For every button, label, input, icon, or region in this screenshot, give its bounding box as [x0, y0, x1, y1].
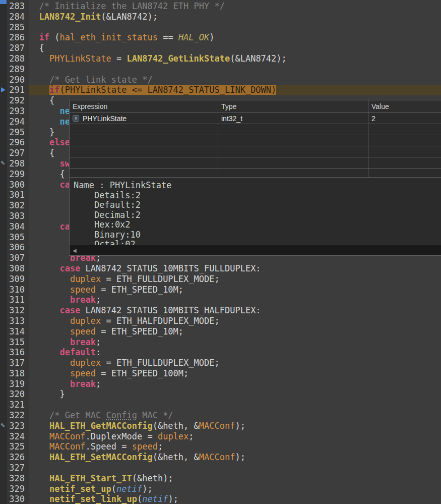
code-line-329[interactable]: netif_set_up(netif);: [29, 484, 441, 494]
line-number[interactable]: 318: [7, 368, 29, 379]
code-line-319[interactable]: break;: [29, 379, 441, 389]
code-line-321[interactable]: [29, 400, 441, 410]
line-number[interactable]: 296: [7, 137, 29, 148]
line-number[interactable]: 317: [7, 358, 29, 368]
line-number[interactable]: 325: [7, 441, 29, 452]
code-line-310[interactable]: speed = ETH_SPEED_10M;: [29, 285, 441, 295]
line-number[interactable]: 304: [7, 221, 29, 232]
line-number[interactable]: 307: [7, 253, 29, 263]
line-number[interactable]: 283: [7, 1, 29, 12]
code-line-285[interactable]: [29, 22, 441, 33]
line-number[interactable]: 293: [7, 106, 29, 117]
line-number[interactable]: 302: [7, 200, 29, 211]
line-number[interactable]: 311: [7, 295, 29, 305]
code-line-322[interactable]: /* Get MAC Config MAC */: [29, 410, 441, 421]
code-line-318[interactable]: speed = ETH_SPEED_100M;: [29, 368, 441, 379]
line-number[interactable]: 305: [7, 232, 29, 243]
line-number[interactable]: 314: [7, 326, 29, 337]
edit-marker-icon: ✎: [1, 160, 5, 166]
line-number[interactable]: 309: [7, 274, 29, 285]
code-line-284[interactable]: LAN8742_Init(&LAN8742);: [29, 12, 441, 22]
expression-row[interactable]: xPHYLinkStateint32_t2: [70, 113, 441, 124]
line-number[interactable]: 295: [7, 127, 29, 138]
line-number[interactable]: 327: [7, 463, 29, 473]
scroll-left-icon[interactable]: ◀: [70, 248, 77, 253]
line-number[interactable]: 285: [7, 22, 29, 33]
line-number[interactable]: 321: [7, 400, 29, 410]
line-number[interactable]: 323: [7, 421, 29, 431]
code-line-290[interactable]: /* Get link state */: [29, 75, 441, 85]
code-line-313[interactable]: duplex = ETH_HALFDUPLEX_MODE;: [29, 316, 441, 326]
column-header-expression[interactable]: Expression: [70, 100, 218, 113]
line-number[interactable]: 329: [7, 484, 29, 494]
line-number[interactable]: 287: [7, 43, 29, 53]
code-line-289[interactable]: [29, 64, 441, 75]
code-line-288[interactable]: PHYLinkState = LAN8742_GetLinkState(&LAN…: [29, 53, 441, 64]
line-number-column[interactable]: 2832842852862872882892902912922932942952…: [7, 0, 29, 504]
line-number[interactable]: 300: [7, 180, 29, 190]
line-number[interactable]: 306: [7, 242, 29, 253]
expressions-table: ExpressionTypeValue xPHYLinkStateint32_t…: [70, 100, 441, 178]
code-line-283[interactable]: /* Initialize the LAN8742 ETH PHY */: [29, 1, 441, 12]
empty-expression-row[interactable]: [70, 124, 441, 135]
empty-expression-row[interactable]: [70, 169, 441, 178]
line-number[interactable]: 284: [7, 12, 29, 22]
code-line-317[interactable]: duplex = ETH_FULLDUPLEX_MODE;: [29, 358, 441, 368]
expressions-header-row: ExpressionTypeValue: [70, 100, 441, 113]
line-number[interactable]: 328: [7, 473, 29, 484]
column-header-value[interactable]: Value: [368, 100, 441, 113]
line-number[interactable]: 313: [7, 316, 29, 326]
code-line-287[interactable]: {: [29, 43, 441, 53]
line-number[interactable]: 290: [7, 75, 29, 85]
line-number[interactable]: 294: [7, 117, 29, 127]
code-line-330[interactable]: netif_set_link_up(netif);: [29, 494, 441, 504]
code-line-327[interactable]: [29, 463, 441, 473]
code-line-311[interactable]: break;: [29, 295, 441, 305]
popup-horizontal-scrollbar[interactable]: ◀: [70, 245, 441, 255]
line-number[interactable]: 291: [7, 85, 29, 95]
line-number[interactable]: 310: [7, 285, 29, 295]
line-number[interactable]: 286: [7, 32, 29, 43]
line-number[interactable]: 322: [7, 410, 29, 421]
code-line-291[interactable]: if(PHYLinkState <= LAN8742_STATUS_LINK_D…: [29, 85, 441, 95]
empty-expression-row[interactable]: [70, 157, 441, 169]
variable-icon: x: [73, 115, 79, 122]
line-number[interactable]: 320: [7, 389, 29, 400]
line-number[interactable]: 330: [7, 494, 29, 504]
empty-expression-row[interactable]: [70, 135, 441, 146]
code-line-315[interactable]: break;: [29, 337, 441, 348]
code-line-308[interactable]: case LAN8742_STATUS_10MBITS_FULLDUPLEX:: [29, 263, 441, 274]
line-number[interactable]: 319: [7, 379, 29, 389]
line-number[interactable]: 301: [7, 190, 29, 200]
line-number[interactable]: 289: [7, 64, 29, 75]
code-line-312[interactable]: case LAN8742_STATUS_10MBITS_HALFDUPLEX:: [29, 305, 441, 316]
code-line-286[interactable]: if (hal_eth_init_status == HAL_OK): [29, 32, 441, 43]
line-number[interactable]: 315: [7, 337, 29, 348]
code-line-320[interactable]: }: [29, 389, 441, 400]
instruction-pointer-icon: [1, 87, 6, 92]
line-number[interactable]: 298: [7, 158, 29, 169]
annotation-ruler[interactable]: ✎✎: [0, 0, 7, 504]
line-number[interactable]: 297: [7, 148, 29, 158]
line-number[interactable]: 312: [7, 305, 29, 316]
line-number[interactable]: 308: [7, 263, 29, 274]
expression-details[interactable]: Name : PHYLinkState Details:2 Default:2 …: [70, 178, 441, 246]
code-line-316[interactable]: default:: [29, 347, 441, 358]
code-line-323[interactable]: HAL_ETH_GetMACConfig(&heth, &MACConf);: [29, 421, 441, 431]
line-number[interactable]: 288: [7, 53, 29, 64]
line-number[interactable]: 324: [7, 431, 29, 442]
code-line-309[interactable]: duplex = ETH_FULLDUPLEX_MODE;: [29, 274, 441, 285]
line-number[interactable]: 292: [7, 95, 29, 106]
code-line-326[interactable]: HAL_ETH_SetMACConfig(&heth, &MACConf);: [29, 452, 441, 463]
code-line-328[interactable]: HAL_ETH_Start_IT(&heth);: [29, 473, 441, 484]
line-number[interactable]: 299: [7, 169, 29, 180]
code-line-325[interactable]: MACConf.Speed = speed;: [29, 441, 441, 452]
column-header-type[interactable]: Type: [218, 100, 368, 113]
code-line-324[interactable]: MACConf.DuplexMode = duplex;: [29, 431, 441, 442]
line-number[interactable]: 303: [7, 211, 29, 221]
code-line-314[interactable]: speed = ETH_SPEED_10M;: [29, 326, 441, 337]
edit-marker-icon: ✎: [1, 423, 5, 428]
line-number[interactable]: 316: [7, 347, 29, 358]
empty-expression-row[interactable]: [70, 146, 441, 157]
line-number[interactable]: 326: [7, 452, 29, 463]
